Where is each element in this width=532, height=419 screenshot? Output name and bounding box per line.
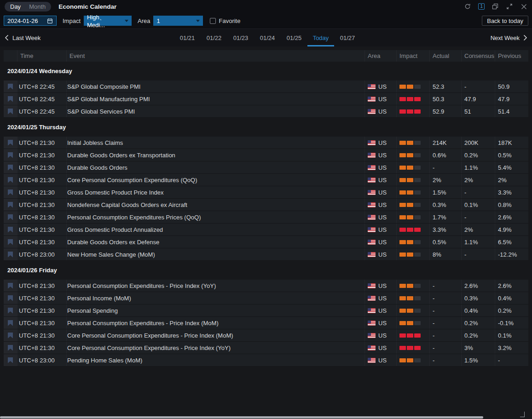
- refresh-icon[interactable]: [464, 3, 471, 10]
- day-tab-01-27[interactable]: 01/27: [334, 29, 361, 46]
- event-row[interactable]: UTC+8 21:30Durable Goods OrdersUS-1.1%5.…: [4, 161, 528, 174]
- impact-label: Impact: [63, 17, 81, 24]
- cell-time: UTC+8 21:30: [17, 329, 67, 341]
- bookmark-icon[interactable]: [8, 252, 13, 258]
- date-picker[interactable]: 2024-01-26: [4, 16, 57, 26]
- impact-bar: [414, 284, 421, 288]
- event-row[interactable]: UTC+8 21:30Personal Consumption Expendit…: [4, 280, 528, 292]
- event-row[interactable]: UTC+8 21:30Core Personal Consumption Exp…: [4, 174, 528, 186]
- close-icon[interactable]: [520, 3, 527, 10]
- panel-count-badge[interactable]: 1: [478, 3, 485, 10]
- bookmark-icon[interactable]: [8, 345, 13, 351]
- bookmark-icon[interactable]: [8, 333, 13, 339]
- event-row[interactable]: UTC+8 21:30Personal Consumption Expendit…: [4, 317, 528, 329]
- cell-impact: [397, 199, 430, 211]
- cell-impact: [397, 174, 430, 186]
- event-row[interactable]: UTC+8 22:45S&P Global Composite PMIUS52.…: [4, 80, 528, 93]
- event-row[interactable]: UTC+8 21:30Initial Jobless ClaimsUS214K2…: [4, 137, 528, 149]
- cell-consensus: 200K: [462, 137, 495, 149]
- impact-dropdown[interactable]: High、Medi...: [84, 16, 132, 26]
- bookmark-icon[interactable]: [8, 177, 13, 183]
- day-tab-01-23[interactable]: 01/23: [227, 29, 254, 46]
- tab-day[interactable]: Day: [6, 2, 25, 11]
- col-bookmark: [4, 50, 17, 62]
- us-flag-icon: [368, 296, 376, 301]
- bookmark-icon[interactable]: [8, 96, 13, 102]
- cell-consensus: 51: [462, 105, 495, 117]
- bookmark-icon[interactable]: [8, 152, 13, 158]
- cell-actual: -: [430, 329, 462, 341]
- bookmark-icon[interactable]: [8, 357, 13, 363]
- cell-consensus: -: [462, 186, 495, 198]
- event-row[interactable]: UTC+8 21:30Durable Goods Orders ex Defen…: [4, 236, 528, 248]
- tab-month[interactable]: Month: [25, 2, 50, 11]
- last-week-button[interactable]: Last Week: [5, 29, 40, 46]
- expand-icon[interactable]: [506, 3, 513, 10]
- event-row[interactable]: UTC+8 21:30Personal SpendingUS-0.4%0.2%: [4, 304, 528, 317]
- cell-impact: [397, 236, 430, 248]
- bookmark-icon[interactable]: [8, 140, 13, 146]
- event-row[interactable]: UTC+8 21:30Core Personal Consumption Exp…: [4, 329, 528, 342]
- impact-bar: [407, 215, 413, 219]
- cell-previous: -12.2%: [495, 248, 528, 260]
- impact-bar: [407, 346, 413, 350]
- bookmark-cell: [4, 199, 17, 211]
- bookmark-icon[interactable]: [8, 109, 13, 115]
- bookmark-icon[interactable]: [8, 308, 13, 314]
- cell-area: US: [365, 137, 397, 149]
- event-row[interactable]: UTC+8 22:45S&P Global Manufacturing PMIU…: [4, 93, 528, 105]
- bookmark-icon[interactable]: [8, 239, 13, 245]
- cell-consensus: -: [462, 80, 495, 92]
- day-tab-01-22[interactable]: 01/22: [201, 29, 227, 46]
- cell-previous: 4.9%: [495, 224, 528, 235]
- cell-area: US: [365, 174, 397, 186]
- event-row[interactable]: UTC+8 21:30Gross Domestic Product Annual…: [4, 224, 528, 236]
- cell-event: Nondefense Capital Goods Orders ex Aircr…: [67, 199, 365, 211]
- bookmark-icon[interactable]: [8, 189, 13, 195]
- impact-bar: [399, 309, 406, 313]
- cell-previous: 2.6%: [495, 211, 528, 223]
- next-week-button[interactable]: Next Week: [491, 29, 527, 46]
- restore-window-icon[interactable]: [492, 3, 499, 10]
- event-row[interactable]: UTC+8 21:30Durable Goods Orders ex Trans…: [4, 149, 528, 161]
- impact-bar: [399, 141, 406, 145]
- impact-bar: [407, 228, 413, 232]
- bookmark-icon[interactable]: [8, 214, 13, 220]
- day-tab-01-24[interactable]: 01/24: [254, 29, 281, 46]
- bookmark-icon[interactable]: [8, 295, 13, 301]
- day-tab-01-25[interactable]: 01/25: [281, 29, 307, 46]
- favorite-checkbox[interactable]: [210, 18, 216, 24]
- cell-consensus: 0.1%: [462, 199, 495, 211]
- event-row[interactable]: UTC+8 22:45S&P Global Services PMIUS52.9…: [4, 105, 528, 118]
- bookmark-icon[interactable]: [8, 202, 13, 208]
- area-code-label: US: [378, 152, 387, 159]
- event-row[interactable]: UTC+8 23:00New Home Sales Change (MoM)US…: [4, 248, 528, 261]
- us-flag-icon: [368, 252, 376, 257]
- impact-high-indicator: [399, 346, 421, 350]
- event-row[interactable]: UTC+8 21:30Nondefense Capital Goods Orde…: [4, 199, 528, 211]
- day-tab-01-21[interactable]: 01/21: [174, 29, 201, 46]
- impact-bar: [414, 346, 421, 350]
- bookmark-icon[interactable]: [8, 320, 13, 326]
- bookmark-icon[interactable]: [8, 227, 13, 233]
- chevron-right-icon: [523, 34, 527, 41]
- impact-bar: [407, 321, 413, 325]
- event-row[interactable]: UTC+8 21:30Core Personal Consumption Exp…: [4, 342, 528, 354]
- bookmark-icon[interactable]: [8, 283, 13, 289]
- day-tab-today[interactable]: Today: [307, 29, 334, 46]
- area-dropdown[interactable]: 1: [153, 16, 203, 26]
- event-row[interactable]: UTC+8 21:30Personal Income (MoM)US-0.3%0…: [4, 292, 528, 304]
- event-row[interactable]: UTC+8 21:30Gross Domestic Product Price …: [4, 186, 528, 199]
- event-row[interactable]: UTC+8 23:00Pending Home Sales (MoM)US-1.…: [4, 354, 528, 367]
- impact-bar: [414, 190, 421, 195]
- horizontal-scrollbar[interactable]: [0, 416, 483, 419]
- date-group-header: 2024/01/24 Wednesday: [4, 62, 528, 80]
- back-to-today-button[interactable]: Back to today: [482, 16, 528, 26]
- bookmark-icon[interactable]: [8, 84, 13, 90]
- cell-impact: [397, 224, 430, 235]
- bookmark-icon[interactable]: [8, 165, 13, 171]
- area-code-label: US: [378, 357, 387, 364]
- event-row[interactable]: UTC+8 21:30Personal Consumption Expendit…: [4, 211, 528, 224]
- area-code-label: US: [378, 226, 387, 233]
- impact-bar: [399, 346, 406, 350]
